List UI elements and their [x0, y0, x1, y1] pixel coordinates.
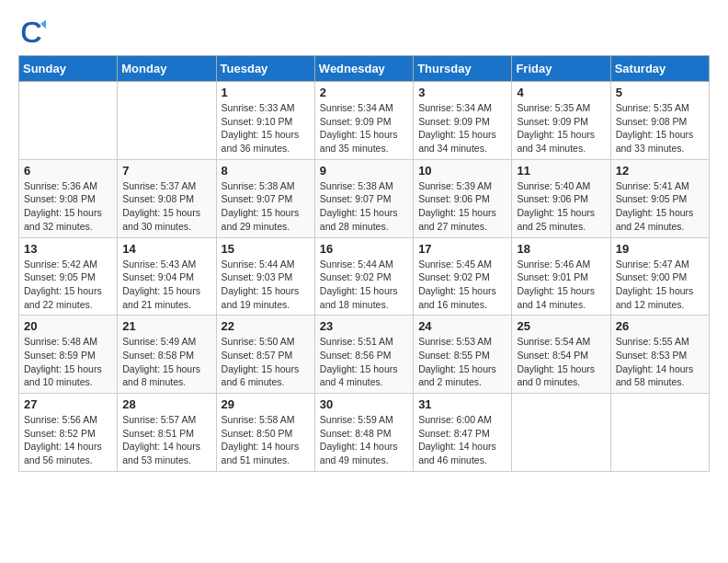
weekday-header: Tuesday — [216, 56, 314, 82]
day-number: 6 — [24, 164, 112, 178]
day-number: 31 — [418, 397, 506, 411]
calendar-day-cell: 17Sunrise: 5:45 AM Sunset: 9:02 PM Dayli… — [414, 237, 512, 316]
day-number: 28 — [122, 397, 210, 411]
calendar-day-cell — [512, 394, 610, 472]
day-detail: Sunrise: 5:43 AM Sunset: 9:04 PM Dayligh… — [122, 258, 210, 312]
calendar-week-row: 27Sunrise: 5:56 AM Sunset: 8:52 PM Dayli… — [19, 394, 710, 472]
day-detail: Sunrise: 5:58 AM Sunset: 8:50 PM Dayligh… — [222, 413, 310, 467]
calendar-day-cell: 18Sunrise: 5:46 AM Sunset: 9:01 PM Dayli… — [512, 237, 610, 316]
day-detail: Sunrise: 5:55 AM Sunset: 8:53 PM Dayligh… — [616, 335, 704, 389]
calendar-day-cell: 23Sunrise: 5:51 AM Sunset: 8:56 PM Dayli… — [314, 316, 413, 394]
day-detail: Sunrise: 5:38 AM Sunset: 9:07 PM Dayligh… — [320, 179, 408, 234]
calendar-week-row: 20Sunrise: 5:48 AM Sunset: 8:59 PM Dayli… — [19, 316, 710, 394]
day-detail: Sunrise: 5:50 AM Sunset: 8:57 PM Dayligh… — [222, 335, 310, 389]
day-number: 2 — [320, 86, 408, 99]
calendar-day-cell: 2Sunrise: 5:34 AM Sunset: 9:09 PM Daylig… — [314, 82, 413, 160]
calendar-day-cell: 22Sunrise: 5:50 AM Sunset: 8:57 PM Dayli… — [216, 316, 314, 394]
day-number: 14 — [122, 242, 210, 256]
day-number: 19 — [616, 242, 704, 256]
calendar-day-cell: 25Sunrise: 5:54 AM Sunset: 8:54 PM Dayli… — [512, 316, 610, 394]
day-detail: Sunrise: 6:00 AM Sunset: 8:47 PM Dayligh… — [418, 413, 506, 467]
day-detail: Sunrise: 5:49 AM Sunset: 8:58 PM Dayligh… — [122, 335, 210, 389]
day-number: 29 — [222, 397, 310, 411]
day-detail: Sunrise: 5:54 AM Sunset: 8:54 PM Dayligh… — [517, 335, 605, 389]
calendar-header-row: SundayMondayTuesdayWednesdayThursdayFrid… — [19, 56, 710, 82]
day-number: 7 — [122, 164, 210, 178]
day-detail: Sunrise: 5:59 AM Sunset: 8:48 PM Dayligh… — [320, 413, 408, 467]
calendar-day-cell: 5Sunrise: 5:35 AM Sunset: 9:08 PM Daylig… — [610, 82, 709, 160]
day-number: 18 — [517, 242, 605, 256]
day-number: 3 — [418, 86, 506, 99]
page-header — [18, 18, 710, 46]
day-detail: Sunrise: 5:34 AM Sunset: 9:09 PM Dayligh… — [320, 101, 408, 155]
calendar-week-row: 6Sunrise: 5:36 AM Sunset: 9:08 PM Daylig… — [19, 159, 710, 237]
calendar-day-cell: 4Sunrise: 5:35 AM Sunset: 9:09 PM Daylig… — [512, 82, 610, 160]
calendar-week-row: 1Sunrise: 5:33 AM Sunset: 9:10 PM Daylig… — [19, 82, 710, 160]
day-number: 16 — [320, 242, 408, 256]
logo — [18, 18, 50, 46]
calendar-day-cell: 1Sunrise: 5:33 AM Sunset: 9:10 PM Daylig… — [216, 82, 314, 160]
day-number: 22 — [222, 319, 310, 333]
weekday-header: Sunday — [19, 56, 118, 82]
calendar-day-cell: 21Sunrise: 5:49 AM Sunset: 8:58 PM Dayli… — [118, 316, 216, 394]
day-number: 23 — [320, 319, 408, 333]
day-detail: Sunrise: 5:44 AM Sunset: 9:02 PM Dayligh… — [320, 258, 408, 312]
day-detail: Sunrise: 5:47 AM Sunset: 9:00 PM Dayligh… — [616, 258, 704, 312]
day-detail: Sunrise: 5:35 AM Sunset: 9:08 PM Dayligh… — [616, 101, 704, 155]
day-number: 30 — [320, 397, 408, 411]
calendar-day-cell — [118, 82, 216, 160]
day-number: 17 — [418, 242, 506, 256]
calendar-day-cell: 12Sunrise: 5:41 AM Sunset: 9:05 PM Dayli… — [610, 159, 709, 237]
calendar-day-cell: 26Sunrise: 5:55 AM Sunset: 8:53 PM Dayli… — [610, 316, 709, 394]
day-detail: Sunrise: 5:41 AM Sunset: 9:05 PM Dayligh… — [616, 179, 704, 234]
calendar-day-cell: 15Sunrise: 5:44 AM Sunset: 9:03 PM Dayli… — [216, 237, 314, 316]
weekday-header: Monday — [118, 56, 216, 82]
day-number: 12 — [616, 164, 704, 178]
day-number: 9 — [320, 164, 408, 178]
day-number: 8 — [222, 164, 310, 178]
calendar-day-cell: 10Sunrise: 5:39 AM Sunset: 9:06 PM Dayli… — [414, 159, 512, 237]
calendar-table: SundayMondayTuesdayWednesdayThursdayFrid… — [18, 55, 710, 472]
day-number: 20 — [24, 319, 112, 333]
day-detail: Sunrise: 5:53 AM Sunset: 8:55 PM Dayligh… — [418, 335, 506, 389]
calendar-day-cell: 9Sunrise: 5:38 AM Sunset: 9:07 PM Daylig… — [314, 159, 413, 237]
calendar-week-row: 13Sunrise: 5:42 AM Sunset: 9:05 PM Dayli… — [19, 237, 710, 316]
calendar-day-cell: 13Sunrise: 5:42 AM Sunset: 9:05 PM Dayli… — [19, 237, 118, 316]
day-number: 27 — [24, 397, 112, 411]
calendar-day-cell: 16Sunrise: 5:44 AM Sunset: 9:02 PM Dayli… — [314, 237, 413, 316]
day-detail: Sunrise: 5:46 AM Sunset: 9:01 PM Dayligh… — [517, 258, 605, 312]
day-detail: Sunrise: 5:33 AM Sunset: 9:10 PM Dayligh… — [222, 101, 310, 155]
day-detail: Sunrise: 5:36 AM Sunset: 9:08 PM Dayligh… — [24, 179, 112, 234]
calendar-day-cell: 24Sunrise: 5:53 AM Sunset: 8:55 PM Dayli… — [414, 316, 512, 394]
day-number: 4 — [517, 86, 605, 99]
weekday-header: Thursday — [414, 56, 512, 82]
calendar-day-cell: 8Sunrise: 5:38 AM Sunset: 9:07 PM Daylig… — [216, 159, 314, 237]
logo-icon — [18, 18, 46, 46]
calendar-day-cell: 7Sunrise: 5:37 AM Sunset: 9:08 PM Daylig… — [118, 159, 216, 237]
calendar-day-cell: 14Sunrise: 5:43 AM Sunset: 9:04 PM Dayli… — [118, 237, 216, 316]
calendar-day-cell: 6Sunrise: 5:36 AM Sunset: 9:08 PM Daylig… — [19, 159, 118, 237]
day-number: 13 — [24, 242, 112, 256]
weekday-header: Saturday — [610, 56, 709, 82]
day-detail: Sunrise: 5:51 AM Sunset: 8:56 PM Dayligh… — [320, 335, 408, 389]
day-detail: Sunrise: 5:40 AM Sunset: 9:06 PM Dayligh… — [517, 179, 605, 234]
day-number: 15 — [222, 242, 310, 256]
day-number: 26 — [616, 319, 704, 333]
day-number: 10 — [418, 164, 506, 178]
day-number: 5 — [616, 86, 704, 99]
day-detail: Sunrise: 5:45 AM Sunset: 9:02 PM Dayligh… — [418, 258, 506, 312]
calendar-day-cell: 11Sunrise: 5:40 AM Sunset: 9:06 PM Dayli… — [512, 159, 610, 237]
day-detail: Sunrise: 5:39 AM Sunset: 9:06 PM Dayligh… — [418, 179, 506, 234]
calendar-day-cell: 3Sunrise: 5:34 AM Sunset: 9:09 PM Daylig… — [414, 82, 512, 160]
calendar-day-cell: 19Sunrise: 5:47 AM Sunset: 9:00 PM Dayli… — [610, 237, 709, 316]
calendar-day-cell — [610, 394, 709, 472]
day-number: 11 — [517, 164, 605, 178]
day-detail: Sunrise: 5:57 AM Sunset: 8:51 PM Dayligh… — [122, 413, 210, 467]
calendar-day-cell: 20Sunrise: 5:48 AM Sunset: 8:59 PM Dayli… — [19, 316, 118, 394]
day-number: 25 — [517, 319, 605, 333]
day-detail: Sunrise: 5:44 AM Sunset: 9:03 PM Dayligh… — [222, 258, 310, 312]
day-number: 1 — [222, 86, 310, 99]
day-detail: Sunrise: 5:34 AM Sunset: 9:09 PM Dayligh… — [418, 101, 506, 155]
calendar-day-cell: 30Sunrise: 5:59 AM Sunset: 8:48 PM Dayli… — [314, 394, 413, 472]
calendar-day-cell: 28Sunrise: 5:57 AM Sunset: 8:51 PM Dayli… — [118, 394, 216, 472]
